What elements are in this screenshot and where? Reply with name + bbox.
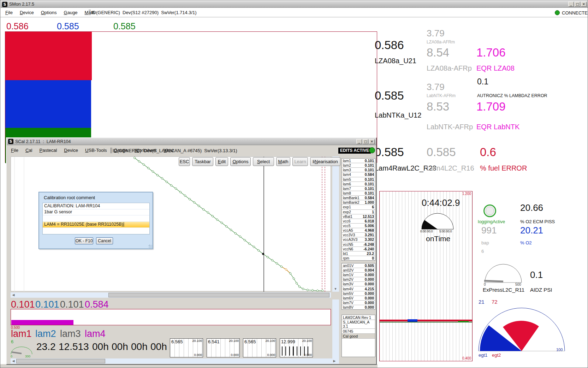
watch-row[interactable]: vcc66.018 <box>342 219 375 224</box>
lower-vscrollbar[interactable]: ▼ <box>332 299 339 364</box>
scrollbar-thumb[interactable] <box>108 293 329 297</box>
mini-gauge-min: 0 <box>11 355 12 358</box>
watch-row[interactable]: vccA54.968 <box>342 228 375 233</box>
ontime-value: 0:44:02.9 <box>422 198 460 208</box>
comment-line-1[interactable]: CALIBRATION: LAM-RR104 <box>43 203 149 209</box>
watch-row[interactable]: rpm0 <box>342 256 375 260</box>
menu-options[interactable]: Options <box>37 9 60 16</box>
mini-chart-2: 6.54120.1000.000 <box>207 338 240 357</box>
scal-device-info: ID(GENERIC) Dev(S_LAM2CAN_A #6745) SwVer… <box>113 148 237 153</box>
edit-button[interactable]: Edit <box>215 157 228 166</box>
minimize-icon[interactable]: _ <box>568 2 574 7</box>
menu-file[interactable]: File <box>2 9 16 16</box>
watch-row[interactable]: an02V0.004 <box>342 268 375 273</box>
o2ecm-value: 20.66 <box>520 203 543 213</box>
esc-button[interactable]: ESC <box>179 157 190 166</box>
watch-row[interactable]: lam2V0.000 <box>342 277 375 282</box>
lza08a-afrp-label: LZA08a-AFRp <box>427 65 472 72</box>
watch-row[interactable]: lam4V4.215 <box>342 286 375 291</box>
comment-line-5[interactable] <box>43 228 149 234</box>
watch-row[interactable]: bt123.2 <box>342 251 375 256</box>
menu-device[interactable]: Device <box>60 147 82 154</box>
watch-row[interactable]: lamBank10.584 <box>342 196 375 200</box>
labntk-afrp-label: LabNTK-AFRp <box>427 123 473 131</box>
mini-gauge-max: 300 <box>25 355 30 358</box>
aidz-value: 0.1 <box>530 270 543 280</box>
chart-hscrollbar[interactable]: ◀ <box>11 292 331 298</box>
resize-grip[interactable] <box>149 245 152 248</box>
lambda1-value: 0.586 <box>6 22 29 31</box>
comment-line-3[interactable] <box>43 215 149 222</box>
o2-label: % O2 <box>520 241 532 245</box>
menu-pastecal[interactable]: Pastecal <box>36 147 60 154</box>
watch-row[interactable]: lam80.101 <box>342 191 375 196</box>
watch-row[interactable]: lam30.101 <box>342 168 375 172</box>
egt-scale-max: 100 <box>556 348 563 352</box>
taskbar-button[interactable]: Taskbar <box>192 157 213 166</box>
menu-cal[interactable]: Cal <box>22 147 36 154</box>
select-button[interactable]: Select <box>253 157 274 166</box>
egt2-value: 72 <box>492 299 498 305</box>
maximize-icon[interactable]: □ <box>575 2 580 7</box>
comment-line-2[interactable]: 1bar G sensor <box>43 209 149 216</box>
watch-row[interactable]: vccN6-6.240 <box>342 247 375 251</box>
ontime-gauge <box>421 209 455 231</box>
watch-row[interactable]: lam6V0.000 <box>342 296 375 301</box>
watch-row[interactable]: lam50.101 <box>342 177 375 182</box>
close-icon[interactable]: ✕ <box>581 2 587 7</box>
ok-button[interactable]: OK - F10 <box>75 237 93 244</box>
watch-row[interactable]: lam20.101 <box>342 163 375 168</box>
watch-row[interactable]: lam60.101 <box>342 182 375 186</box>
menu-usb-tools[interactable]: USB-Tools <box>82 147 110 154</box>
watch-row[interactable]: vcc3V33.291 <box>342 233 375 237</box>
scroll-down-icon[interactable]: ▼ <box>333 287 338 291</box>
lam4raw-value: 0.585 <box>375 146 404 159</box>
close-icon[interactable]: ✕ <box>369 139 375 144</box>
minimize-icon[interactable]: _ <box>356 139 362 144</box>
linearisation-button[interactable]: liNearisation <box>310 157 340 166</box>
watch-row[interactable]: exp21 <box>342 210 375 214</box>
watch-row[interactable]: lam10.101 <box>342 159 375 163</box>
watch-row[interactable]: lam40.584 <box>342 172 375 177</box>
watch-row[interactable]: lam3V0.000 <box>342 282 375 286</box>
maximize-icon[interactable]: □ <box>363 139 368 144</box>
menu-file[interactable]: File <box>7 147 22 154</box>
watch-row[interactable]: lamBank21.000 <box>342 200 375 205</box>
eqr-labntk-value: 1.709 <box>476 101 506 113</box>
watch-row[interactable]: an01V0.505 <box>342 263 375 268</box>
spike-series <box>282 346 311 356</box>
math-button[interactable]: Math <box>276 157 290 166</box>
scroll-left-icon[interactable]: ◀ <box>11 293 16 297</box>
comment-line-4[interactable]: LAM4 = RR311025E (base RR311025B) <box>43 222 149 228</box>
lambda2-bar <box>5 80 91 128</box>
watch-row[interactable]: vccN5-6.248 <box>342 242 375 247</box>
scal-titlebar[interactable]: S SCal 2.17.11 : LAM-RR104 <box>7 138 376 145</box>
learn-button[interactable]: Learn <box>292 157 308 166</box>
lam4-label: lam4 <box>85 329 106 339</box>
scroll-left-icon[interactable]: ◀ <box>11 359 16 363</box>
watch-row[interactable]: lam8V0.000 <box>342 305 375 309</box>
watch-row[interactable]: lam5V0.000 <box>342 291 375 296</box>
big-value-3: 00h <box>92 342 109 352</box>
bottom-hscrollbar[interactable]: ◀ ▶ <box>11 358 337 364</box>
menubar-separator <box>89 10 90 15</box>
bap-value: 991 <box>481 226 497 235</box>
watch-row[interactable]: vcc55.006 <box>342 224 375 228</box>
options-button[interactable]: Options <box>230 157 251 166</box>
chart-vscrollbar[interactable]: ▲ ▼ <box>332 156 339 292</box>
menu-device[interactable]: Device <box>16 9 37 16</box>
scroll-right-icon[interactable]: ▶ <box>332 359 337 363</box>
cancel-button[interactable]: Cancel <box>96 237 113 244</box>
watch-row[interactable]: lam70.101 <box>342 186 375 191</box>
watch-row[interactable]: vBat112.513 <box>342 214 375 219</box>
menubar-divider <box>0 17 588 17</box>
watch-row[interactable]: lam7V0.000 <box>342 301 375 305</box>
watch-row[interactable]: vccA3V33.302 <box>342 237 375 242</box>
menu-gauge[interactable]: Gauge <box>60 9 81 16</box>
desktop: S SMon 2.17.5 _ □ ✕ FileDeviceOptionsGau… <box>0 0 588 368</box>
watch-row[interactable]: exp16 <box>342 205 375 209</box>
scrollbar-thumb[interactable] <box>16 359 105 363</box>
watch-row[interactable]: lam1V0.000 <box>342 273 375 277</box>
smon-titlebar[interactable]: S SMon 2.17.5 <box>1 1 588 8</box>
device-box-row: LAM2CAN Rev 1 <box>342 315 375 320</box>
